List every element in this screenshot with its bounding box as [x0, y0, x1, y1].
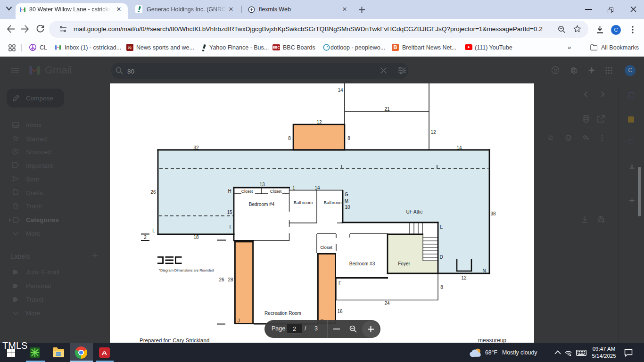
svg-text:M: M — [345, 198, 348, 204]
svg-text:2: 2 — [144, 235, 147, 240]
svg-text:measureup: measureup — [478, 337, 506, 343]
svg-text:28: 28 — [228, 277, 233, 282]
svg-text:26: 26 — [219, 277, 224, 282]
svg-text:H: H — [228, 189, 231, 194]
svg-text:32: 32 — [193, 145, 199, 150]
svg-text:D: D — [439, 255, 443, 260]
svg-text:*Diagram Dimensions are Rounde: *Diagram Dimensions are Rounded — [159, 268, 214, 272]
svg-text:Closet: Closet — [241, 189, 253, 194]
svg-text:18: 18 — [193, 235, 199, 240]
svg-text:J: J — [238, 318, 240, 323]
svg-text:Bedroom #3: Bedroom #3 — [349, 261, 375, 266]
svg-text:E: E — [440, 224, 443, 230]
svg-text:15: 15 — [227, 210, 232, 215]
svg-text:N: N — [482, 268, 486, 273]
svg-text:8: 8 — [288, 136, 291, 141]
svg-text:12: 12 — [430, 130, 436, 135]
svg-text:12: 12 — [461, 275, 467, 280]
svg-text:Closet: Closet — [270, 189, 282, 194]
svg-text:Bathroom: Bathroom — [324, 200, 343, 205]
svg-text:14: 14 — [338, 88, 343, 93]
svg-text:G: G — [345, 192, 348, 197]
svg-text:L: L — [152, 228, 155, 233]
svg-text:13: 13 — [259, 182, 265, 187]
svg-text:Closet: Closet — [320, 245, 332, 250]
svg-text:8: 8 — [440, 285, 443, 290]
svg-text:Bedroom #4: Bedroom #4 — [249, 202, 275, 207]
svg-text:14: 14 — [314, 185, 320, 190]
svg-text:10: 10 — [345, 205, 350, 210]
svg-text:8: 8 — [347, 136, 350, 141]
svg-text:24: 24 — [384, 301, 390, 306]
svg-text:12: 12 — [316, 120, 322, 125]
svg-text:Prepared for: Cary Strickland: Prepared for: Cary Strickland — [140, 337, 209, 343]
svg-text:F: F — [339, 280, 341, 286]
svg-text:21: 21 — [384, 107, 390, 112]
svg-text:Bathroom: Bathroom — [294, 200, 313, 205]
svg-text:Recreation Room: Recreation Room — [264, 311, 301, 316]
svg-text:26: 26 — [150, 189, 156, 195]
svg-text:UF Attic: UF Attic — [406, 209, 422, 214]
svg-text:Foyer: Foyer — [398, 261, 410, 266]
svg-text:16: 16 — [337, 309, 343, 314]
svg-text:I: I — [230, 224, 231, 230]
svg-text:1: 1 — [292, 185, 295, 190]
svg-text:14: 14 — [456, 145, 462, 150]
svg-text:38: 38 — [490, 211, 496, 216]
